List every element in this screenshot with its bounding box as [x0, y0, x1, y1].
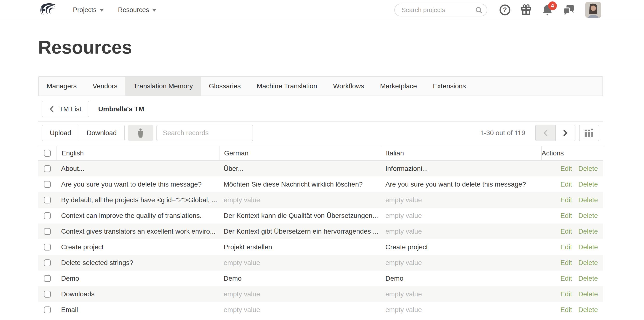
row-checkbox-cell [38, 275, 56, 282]
download-button[interactable]: Download [79, 125, 125, 141]
edit-link[interactable]: Edit [560, 259, 572, 267]
tm-list-back-button[interactable]: TM List [42, 101, 89, 117]
delete-link[interactable]: Delete [578, 228, 598, 235]
edit-link[interactable]: Edit [560, 275, 572, 282]
avatar-image [585, 2, 601, 18]
nav-projects-label: Projects [73, 6, 96, 14]
select-all-cell [38, 146, 56, 160]
avatar[interactable] [585, 2, 601, 18]
chat-icon [562, 4, 575, 16]
tab-marketplace[interactable]: Marketplace [372, 77, 425, 96]
delete-link[interactable]: Delete [578, 306, 598, 314]
gift-button[interactable] [520, 4, 532, 16]
row-checkbox[interactable] [44, 165, 51, 172]
edit-link[interactable]: Edit [560, 243, 572, 251]
chevron-down-icon [100, 9, 104, 11]
upload-button[interactable]: Upload [42, 125, 79, 141]
cell-german: empty value [219, 290, 381, 298]
row-checkbox[interactable] [44, 275, 51, 282]
tab-managers[interactable]: Managers [39, 77, 85, 96]
tm-list-back-label: TM List [59, 105, 82, 113]
row-checkbox[interactable] [44, 244, 51, 251]
column-header-italian[interactable]: Italian [381, 146, 541, 160]
select-all-checkbox[interactable] [44, 150, 51, 157]
cell-italian: empty value [381, 306, 541, 314]
cell-italian: Are you sure you want to delete this mes… [381, 181, 541, 188]
edit-link[interactable]: Edit [560, 165, 572, 172]
cell-italian: Informazioni... [381, 165, 541, 173]
cell-italian: empty value [381, 290, 541, 298]
nav-resources[interactable]: Resources [118, 6, 156, 14]
delete-link[interactable]: Delete [578, 165, 598, 172]
row-checkbox[interactable] [44, 307, 51, 313]
delete-link[interactable]: Delete [578, 290, 598, 298]
record-search-input[interactable] [156, 125, 253, 141]
column-header-german[interactable]: German [219, 146, 381, 160]
cell-english: About... [56, 165, 219, 173]
edit-link[interactable]: Edit [560, 290, 572, 298]
edit-link[interactable]: Edit [560, 228, 572, 235]
row-checkbox-cell [38, 212, 56, 219]
project-search [394, 3, 487, 16]
delete-link[interactable]: Delete [578, 196, 598, 204]
row-actions: EditDelete [541, 259, 603, 267]
column-header-english[interactable]: English [56, 146, 219, 160]
search-icon [475, 6, 482, 14]
messages-button[interactable] [562, 4, 575, 16]
row-checkbox[interactable] [44, 291, 51, 298]
nav-projects[interactable]: Projects [73, 6, 104, 14]
row-checkbox-cell [38, 260, 56, 266]
help-button[interactable]: ? [499, 4, 511, 16]
cell-italian: empty value [381, 196, 541, 204]
tab-glossaries[interactable]: Glossaries [201, 77, 249, 96]
row-checkbox[interactable] [44, 212, 51, 219]
edit-link[interactable]: Edit [560, 196, 572, 204]
tab-vendors[interactable]: Vendors [85, 77, 126, 96]
cell-english: Downloads [56, 290, 219, 298]
delete-link[interactable]: Delete [578, 181, 598, 188]
upload-download-group: Upload Download [42, 125, 124, 141]
row-checkbox[interactable] [44, 181, 51, 188]
cell-german: Möchten Sie diese Nachricht wirklich lös… [219, 181, 381, 188]
tm-header-row: TM List Umbrella's TM [38, 101, 603, 117]
columns-icon [584, 128, 594, 138]
chevron-down-icon [152, 9, 156, 11]
delete-link[interactable]: Delete [578, 275, 598, 282]
row-checkbox[interactable] [44, 197, 51, 203]
delete-link[interactable]: Delete [578, 212, 598, 219]
row-checkbox-cell [38, 244, 56, 251]
delete-selected-button[interactable] [128, 125, 153, 141]
edit-link[interactable]: Edit [560, 306, 572, 314]
column-settings-button[interactable] [579, 125, 599, 141]
notification-badge: 4 [548, 1, 557, 10]
row-checkbox[interactable] [44, 260, 51, 266]
table-row: About...Über...Informazioni...EditDelete [38, 161, 603, 176]
tab-extensions[interactable]: Extensions [425, 77, 474, 96]
cell-italian: Demo [381, 275, 541, 282]
nav-resources-label: Resources [118, 6, 149, 14]
row-actions: EditDelete [541, 165, 603, 173]
tab-translation-memory[interactable]: Translation Memory [125, 77, 201, 96]
edit-link[interactable]: Edit [560, 181, 572, 188]
delete-link[interactable]: Delete [578, 259, 598, 267]
edit-link[interactable]: Edit [560, 212, 572, 219]
notifications-button[interactable]: 4 [542, 4, 554, 16]
cell-german: Demo [219, 275, 381, 282]
row-checkbox[interactable] [44, 228, 51, 235]
tab-machine-translation[interactable]: Machine Translation [249, 77, 325, 96]
trash-icon [136, 128, 145, 138]
search-input[interactable] [394, 3, 487, 16]
tab-workflows[interactable]: Workflows [325, 77, 372, 96]
chevron-left-icon [50, 105, 54, 113]
next-page-button[interactable] [555, 125, 576, 141]
delete-link[interactable]: Delete [578, 243, 598, 251]
chevron-right-icon [563, 129, 568, 137]
row-actions: EditDelete [541, 196, 603, 204]
table-row: Are you sure you want to delete this mes… [38, 176, 603, 192]
cell-english: Are you sure you want to delete this mes… [56, 181, 219, 188]
brand-logo-icon[interactable] [39, 3, 58, 17]
cell-english: By default, all the projects have <g id=… [56, 196, 219, 204]
prev-page-button[interactable] [535, 125, 556, 141]
cell-german: Der Kontext gibt Übersetzern ein hervorr… [219, 228, 381, 235]
help-icon: ? [499, 4, 511, 16]
